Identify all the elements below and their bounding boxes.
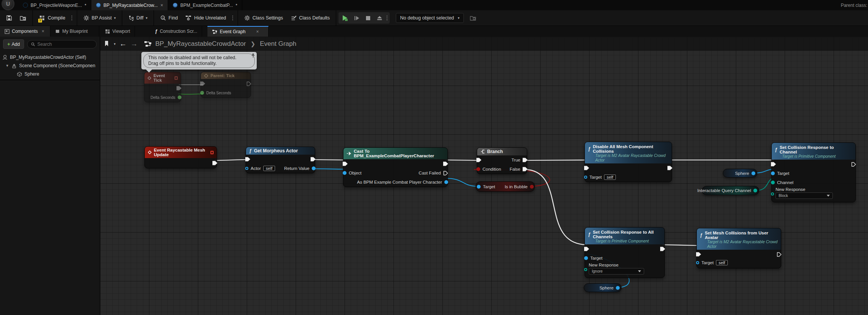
target-value-field[interactable]: self bbox=[604, 174, 616, 180]
node-set-mesh-collisions-from-user-avatar[interactable]: ƒ Set Mesh Collisions from User Avatar T… bbox=[696, 228, 781, 268]
exec-in-pin[interactable] bbox=[584, 166, 589, 171]
as-character-pin[interactable] bbox=[444, 180, 448, 184]
return-value-pin[interactable] bbox=[312, 166, 316, 170]
node-branch[interactable]: Branch True Condition False bbox=[477, 147, 527, 174]
close-icon[interactable]: × bbox=[160, 3, 163, 8]
target-pin[interactable] bbox=[771, 171, 775, 175]
play-button[interactable] bbox=[339, 12, 351, 24]
channel-pin[interactable] bbox=[771, 181, 775, 184]
close-icon[interactable]: × bbox=[256, 29, 259, 34]
exec-out-pin[interactable] bbox=[311, 157, 316, 162]
hide-unrelated-button[interactable]: Hide Unrelated bbox=[182, 13, 229, 23]
exec-out-pin[interactable] bbox=[777, 252, 782, 257]
is-in-bubble-pin[interactable] bbox=[530, 185, 534, 189]
tab-viewport[interactable]: Viewport bbox=[100, 26, 135, 37]
node-sphere-get[interactable]: Sphere bbox=[723, 169, 757, 178]
find-button[interactable]: ⊙ Find bbox=[157, 13, 181, 23]
delta-seconds-pin[interactable] bbox=[178, 95, 181, 99]
object-pin[interactable] bbox=[343, 171, 347, 175]
stop-button[interactable] bbox=[362, 12, 374, 24]
false-exec-pin[interactable] bbox=[523, 167, 528, 172]
exec-out-pin[interactable] bbox=[443, 162, 448, 166]
exec-out-pin[interactable] bbox=[660, 247, 665, 252]
class-settings-button[interactable]: Class Settings bbox=[241, 13, 286, 23]
target-value-field[interactable]: self bbox=[716, 260, 728, 265]
node-sphere-get-2[interactable]: Sphere bbox=[584, 283, 622, 292]
eject-button[interactable] bbox=[374, 12, 385, 24]
search-input[interactable] bbox=[37, 42, 93, 47]
chevron-down-icon[interactable]: ▾ bbox=[114, 42, 116, 46]
node-is-in-bubble[interactable]: Target Is in Bubble bbox=[476, 181, 535, 192]
event-graph-canvas[interactable]: ▾ ← → BP_MyRaycastableCrowdActor ❯ Event… bbox=[100, 37, 868, 315]
back-arrow-icon[interactable]: ← bbox=[120, 40, 127, 47]
target-pin[interactable] bbox=[477, 185, 481, 189]
node-event-tick[interactable]: Event Tick Delta Seconds bbox=[144, 72, 181, 102]
node-get-morpheus-actor[interactable]: ƒ Get Morpheus Actor Actor self Return V… bbox=[246, 147, 315, 173]
exec-out-pin[interactable] bbox=[851, 162, 856, 167]
true-exec-pin[interactable] bbox=[523, 158, 528, 163]
actor-pin[interactable] bbox=[245, 167, 248, 170]
class-defaults-button[interactable]: Class Defaults bbox=[288, 13, 333, 23]
new-response-dropdown[interactable]: Block bbox=[776, 192, 833, 199]
new-response-pin[interactable] bbox=[771, 192, 774, 195]
channel-value-pin[interactable] bbox=[753, 189, 757, 192]
play-options-kebab-icon[interactable] bbox=[385, 16, 389, 20]
find-in-content-browser-button[interactable] bbox=[17, 13, 29, 23]
exec-in-pin[interactable] bbox=[200, 81, 205, 86]
node-disable-all-mesh-component-collisions[interactable]: ƒ Disable All Mesh Component Collisions … bbox=[585, 142, 672, 182]
tab-construction-script[interactable]: ƒ Construction Scr... bbox=[150, 26, 202, 37]
new-response-pin[interactable] bbox=[584, 268, 587, 271]
debug-browse-button[interactable] bbox=[467, 13, 479, 23]
frame-skip-button[interactable] bbox=[351, 12, 362, 24]
exec-in-pin[interactable] bbox=[584, 247, 589, 252]
exec-out-pin[interactable] bbox=[246, 81, 251, 86]
node-set-collision-response-to-channel[interactable]: ƒ Set Collision Response to Channel Targ… bbox=[771, 142, 856, 202]
exec-out-pin[interactable] bbox=[212, 161, 217, 166]
actor-value-field[interactable]: self bbox=[263, 166, 275, 171]
doc-tab-projectile-weapon[interactable]: BP_ProjectileWeaponE... * bbox=[18, 0, 91, 10]
close-icon[interactable]: × bbox=[42, 29, 44, 34]
doc-tab-raycastable-crowd[interactable]: BP_MyRaycastableCrow... × bbox=[91, 0, 168, 10]
target-pin[interactable] bbox=[584, 176, 587, 179]
forward-arrow-icon[interactable]: → bbox=[131, 40, 138, 47]
exec-in-pin[interactable] bbox=[476, 158, 481, 163]
debug-object-dropdown[interactable]: No debug object selected ▾ bbox=[396, 13, 464, 23]
exec-in-pin[interactable] bbox=[696, 252, 701, 257]
breadcrumb-root[interactable]: BP_MyRaycastableCrowdActor bbox=[155, 40, 246, 48]
delta-seconds-pin[interactable] bbox=[200, 91, 204, 95]
exec-in-pin[interactable] bbox=[245, 157, 250, 162]
tree-item-sphere[interactable]: Sphere bbox=[0, 70, 100, 78]
compile-button[interactable]: ? Compile bbox=[36, 13, 68, 23]
node-set-collision-response-to-all-channels[interactable]: ƒ Set Collision Response to All Channels… bbox=[585, 227, 665, 278]
save-button[interactable] bbox=[3, 13, 15, 23]
bookmark-icon[interactable] bbox=[104, 40, 110, 47]
cast-failed-exec-pin[interactable] bbox=[443, 171, 448, 176]
components-search[interactable] bbox=[27, 40, 97, 48]
add-component-button[interactable]: + Add bbox=[3, 39, 24, 49]
tab-components[interactable]: Components × bbox=[0, 26, 50, 37]
sphere-pin[interactable] bbox=[751, 171, 755, 175]
condition-pin[interactable] bbox=[476, 167, 480, 171]
tree-item-self[interactable]: BP_MyRaycastableCrowdActor (Self) bbox=[0, 53, 100, 61]
bp-assist-button[interactable]: BP Assist ▾ bbox=[80, 13, 119, 23]
node-event-raycastable-mesh-update[interactable]: Event Raycastable Mesh Update bbox=[144, 146, 217, 168]
exec-out-pin[interactable] bbox=[667, 166, 672, 171]
node-interactable-query-channel[interactable]: Interactable Query Channel bbox=[702, 186, 759, 195]
graph-options-kebab-icon[interactable] bbox=[231, 16, 235, 20]
exec-in-pin[interactable] bbox=[771, 162, 776, 167]
tab-event-graph[interactable]: Event Graph × bbox=[207, 26, 269, 37]
collapse-arrow-icon[interactable]: ▼ bbox=[5, 64, 9, 68]
sphere-pin[interactable] bbox=[616, 286, 620, 290]
target-pin[interactable] bbox=[696, 261, 699, 264]
new-response-dropdown[interactable]: Ignore bbox=[589, 268, 644, 275]
node-cast-to-bpm-examplecombatplayercharacter[interactable]: Cast To BPM_ExampleCombatPlayerCharacter… bbox=[343, 147, 448, 187]
node-parent-tick[interactable]: Parent: Tick Delta Seconds bbox=[201, 72, 251, 98]
exec-in-pin[interactable] bbox=[343, 162, 348, 166]
tree-item-scene-component[interactable]: ▼ Scene Component (SceneComponen bbox=[0, 61, 100, 70]
tab-my-blueprint[interactable]: My Blueprint bbox=[50, 26, 99, 37]
diff-button[interactable]: Diff ▾ bbox=[125, 13, 151, 23]
target-pin[interactable] bbox=[584, 256, 588, 260]
doc-tab-example-combat[interactable]: BPM_ExampleCombatP... * bbox=[168, 0, 242, 10]
exec-out-pin[interactable] bbox=[177, 86, 181, 91]
compile-options-kebab-icon[interactable] bbox=[70, 16, 74, 20]
